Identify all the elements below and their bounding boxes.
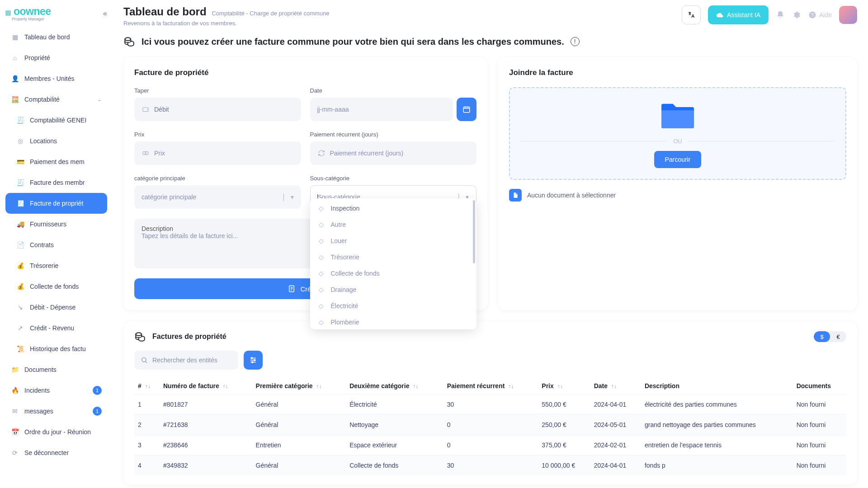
svg-point-11 (254, 360, 255, 361)
collapse-sidebar-icon[interactable]: « (103, 9, 107, 18)
nav-icon: ↘ (16, 303, 24, 311)
cell: 2024-04-01 (590, 394, 641, 415)
sidebar-item-d-bit-d-pense[interactable]: ↘Débit - Dépense (5, 297, 107, 318)
column-header[interactable]: Documents (793, 378, 846, 394)
sidebar-item-label: Comptabilité GENEI (30, 117, 102, 124)
cell: Non fourni (793, 415, 846, 435)
table-row[interactable]: 3#238646EntretienEspace extérieur0375,00… (134, 435, 846, 455)
table-row[interactable]: 1#801827GénéralÉlectricité30550,00 €2024… (134, 394, 846, 415)
option-icon: ◇ (317, 237, 326, 244)
nav-icon: 👤 (11, 75, 19, 83)
sidebar-item-label: Se déconnecter (24, 449, 102, 456)
cell: 1 (134, 394, 160, 415)
sidebar-item-incidents[interactable]: 🔥Incidents1 (5, 380, 107, 401)
dropdown-option[interactable]: ◇Collecte de fonds (310, 265, 477, 282)
sidebar-item-collecte-de-fonds[interactable]: 💰Collecte de fonds (5, 276, 107, 297)
sidebar-item-locations[interactable]: ◎Locations (5, 131, 107, 151)
cell: 2 (134, 415, 160, 435)
table-row[interactable]: 4#349832GénéralCollecte de fonds3010 000… (134, 455, 846, 476)
sidebar-item-ordre-du-jour-r-union[interactable]: 📅Ordre du jour - Réunion (5, 422, 107, 442)
translate-button[interactable] (682, 5, 701, 24)
currency-eur[interactable]: € (830, 331, 846, 342)
dropdown-option[interactable]: ◇Plomberie (310, 314, 477, 329)
wallet-icon (142, 106, 150, 113)
cell: Entretien (252, 435, 346, 455)
column-header[interactable]: Date ↑↓ (590, 378, 641, 394)
option-label: Collecte de fonds (331, 270, 380, 277)
column-header[interactable]: Première catégorie ↑↓ (252, 378, 346, 394)
dropdown-scrollbar[interactable] (473, 200, 475, 263)
brand-logo: oownee Property Manager (5, 5, 51, 21)
currency-usd[interactable]: $ (814, 331, 830, 342)
sidebar-item-propri-t-[interactable]: ⌂Propriété (5, 47, 107, 68)
column-header[interactable]: # ↑↓ (134, 378, 160, 394)
dropdown-option[interactable]: ◇Inspection (310, 200, 477, 216)
sidebar-item-comptabilit-[interactable]: 🧮Comptabilité⌄ (5, 89, 107, 110)
sidebar-item-cr-dit-revenu[interactable]: ↗Crédit - Revenu (5, 318, 107, 338)
sidebar-item-paiement-des-mem[interactable]: 💳Paiement des mem (5, 151, 107, 172)
dropdown-option[interactable]: ◇Drainage (310, 282, 477, 298)
sidebar-item-membres-unit-s[interactable]: 👤Membres - Unités (5, 68, 107, 89)
sidebar-item-messages[interactable]: ✉messages1 (5, 401, 107, 422)
option-icon: ◇ (317, 205, 326, 212)
svg-point-10 (251, 357, 253, 359)
sidebar-item-historique-des-factu[interactable]: 📜Historique des factu (5, 338, 107, 359)
cell: 550,00 € (538, 394, 590, 415)
recurring-input[interactable] (310, 141, 477, 165)
column-header[interactable]: Deuxième catégorie ↑↓ (346, 378, 443, 394)
sidebar-item-facture-de-propri-t[interactable]: 🧾Facture de propriét (5, 193, 107, 214)
type-select[interactable]: Débit (134, 98, 301, 121)
sidebar-item-facture-des-membr[interactable]: 🧾Facture des membr (5, 172, 107, 193)
dropdown-option[interactable]: ◇Louer (310, 233, 477, 249)
option-icon: ◇ (317, 253, 326, 261)
option-label: Trésorerie (331, 253, 359, 261)
cell: Non fourni (793, 435, 846, 455)
column-header[interactable]: Paiement récurrent ↑↓ (443, 378, 538, 394)
filter-button[interactable] (244, 351, 263, 370)
info-icon[interactable]: ! (571, 37, 580, 46)
option-label: Inspection (331, 205, 360, 212)
sidebar-item-tableau-de-bord[interactable]: ▦Tableau de bord (5, 27, 107, 47)
notifications-icon[interactable] (776, 10, 785, 19)
sidebar-item-contrats[interactable]: 📄Contrats (5, 235, 107, 255)
dropdown-option[interactable]: ◇Électricité (310, 298, 477, 314)
dropdown-option[interactable]: ◇Trésorerie (310, 249, 477, 265)
sidebar-item-tr-sorerie[interactable]: 💰Trésorerie (5, 255, 107, 276)
price-input[interactable] (134, 141, 301, 165)
column-header[interactable]: Description (641, 378, 793, 394)
cell: Général (252, 455, 346, 476)
settings-icon[interactable] (792, 10, 801, 19)
money-icon (142, 150, 150, 157)
coins-icon (134, 331, 146, 343)
dropdown-option[interactable]: ◇Autre (310, 216, 477, 233)
cell: Général (252, 415, 346, 435)
sidebar-item-se-d-connecter[interactable]: ⟳Se déconnecter (5, 442, 107, 463)
folder-icon (657, 99, 698, 131)
svg-rect-4 (463, 107, 470, 113)
browse-button[interactable]: Parcourir (654, 151, 702, 168)
assistant-ai-button[interactable]: Assistant IA (708, 5, 769, 24)
nav-icon: ✉ (11, 407, 19, 415)
date-picker-button[interactable] (457, 98, 476, 121)
main-category-select[interactable]: catégorie principale │ ▾ (134, 185, 301, 209)
search-icon (141, 357, 148, 364)
sidebar-item-documents[interactable]: 📁Documents (5, 359, 107, 380)
column-header[interactable]: Numéro de facture ↑↓ (160, 378, 252, 394)
table-row[interactable]: 2#721638GénéralNettoyage0250,00 €2024-05… (134, 415, 846, 435)
cell: 375,00 € (538, 435, 590, 455)
sidebar-item-comptabilit-genei[interactable]: 🧾Comptabilité GENEI (5, 110, 107, 131)
user-avatar[interactable] (839, 6, 857, 24)
count-badge: 1 (93, 407, 102, 416)
column-header[interactable]: Prix ↑↓ (538, 378, 590, 394)
date-input[interactable] (310, 98, 453, 121)
nav-icon: 📁 (11, 366, 19, 374)
sidebar-item-fournisseurs[interactable]: 🚚Fournisseurs (5, 214, 107, 235)
cell: Électricité (346, 394, 443, 415)
sidebar-item-label: Comptabilité (24, 96, 92, 103)
breadcrumb: Comptabilité - Charge de propriété commu… (212, 10, 329, 17)
help-link[interactable]: ? Aide (808, 11, 832, 19)
currency-toggle[interactable]: $ € (814, 331, 846, 342)
file-drop-zone[interactable]: OU Parcourir (509, 87, 846, 180)
search-input[interactable] (134, 351, 238, 370)
cell: 2024-02-01 (590, 435, 641, 455)
